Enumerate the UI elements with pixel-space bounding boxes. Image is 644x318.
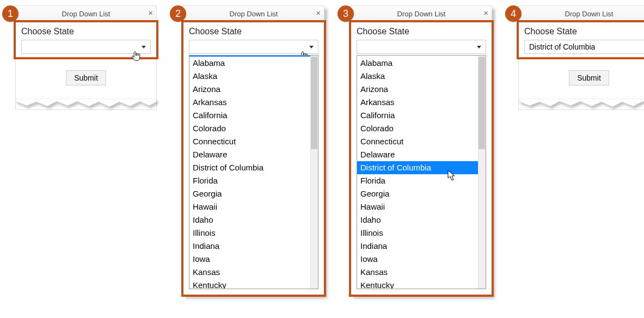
dropdown-listbox[interactable]: Alabama Alaska Arizona Arkansas Californ… [189,55,318,289]
list-item[interactable]: Kentucky [189,279,318,289]
list-item[interactable]: Colorado [189,122,318,135]
list-item[interactable]: Alaska [357,70,486,83]
close-icon[interactable]: × [148,8,153,17]
torn-edge [16,99,156,109]
submit-button[interactable]: Submit [569,70,609,85]
list-item[interactable]: Iowa [189,253,318,266]
list-item[interactable]: Delaware [357,148,486,161]
submit-button[interactable]: Submit [66,70,106,85]
list-item[interactable]: Alabama [189,57,318,70]
list-item[interactable]: Florida [189,174,318,187]
close-icon[interactable]: × [483,8,488,17]
window: Drop Down List × Choose State Alabama Al… [351,5,492,295]
step-badge: 1 [2,5,19,22]
scrollbar-thumb[interactable] [479,57,485,149]
state-dropdown[interactable]: District of Columbia [524,40,644,54]
step-badge: 3 [338,5,354,22]
dropdown-listbox[interactable]: Alabama Alaska Arizona Arkansas Californ… [357,55,486,289]
panel-1: 1 Drop Down List × Choose State Submit [5,5,157,110]
list-item[interactable]: Colorado [357,122,486,135]
window: Drop Down List × Choose State Alabama Al… [183,5,324,295]
list-item[interactable]: Delaware [189,148,318,161]
list-item[interactable]: Illinois [189,227,318,240]
list-item[interactable]: District of Columbia [189,161,318,174]
titlebar: Drop Down List × [351,6,492,22]
list-item[interactable]: Arizona [189,83,318,96]
torn-edge [519,99,644,109]
list-item[interactable]: Hawaii [357,200,486,213]
field-label: Choose State [524,27,644,36]
list-item[interactable]: Connecticut [189,135,318,148]
list-item[interactable]: California [189,109,318,122]
titlebar: Drop Down List × [16,6,156,22]
window-title: Drop Down List [397,10,446,18]
list-item[interactable]: Georgia [357,187,486,200]
list-item[interactable]: Florida [357,174,486,187]
list-item[interactable]: Alaska [189,70,318,83]
list-item[interactable]: Kansas [189,266,318,279]
titlebar: Drop Down List × [183,6,324,22]
list-item[interactable]: Idaho [189,213,318,227]
list-item[interactable]: Arkansas [357,96,486,109]
list-item[interactable]: Alabama [357,57,486,70]
panel-4: 4 Drop Down List × Choose State District… [508,5,644,110]
list-item[interactable]: District of Columbia [357,161,486,174]
list-item[interactable]: Hawaii [189,200,318,213]
window: Drop Down List × Choose State District o… [518,5,644,110]
field-label: Choose State [357,27,486,36]
field-label: Choose State [21,27,151,36]
state-dropdown[interactable] [21,40,151,54]
scrollbar-track[interactable] [478,56,486,289]
window-title: Drop Down List [565,10,614,18]
field-label: Choose State [189,27,318,36]
list-item[interactable]: Indiana [357,240,486,253]
panel-3: 3 Drop Down List × Choose State Alabama … [341,5,492,295]
list-item[interactable]: Idaho [357,213,486,227]
close-icon[interactable]: × [316,8,321,17]
panel-2: 2 Drop Down List × Choose State Alabama … [173,5,324,295]
scrollbar-track[interactable] [310,56,318,289]
list-item[interactable]: Arkansas [189,96,318,109]
state-dropdown[interactable] [189,40,318,54]
window-title: Drop Down List [62,10,111,18]
list-item[interactable]: Georgia [189,187,318,200]
list-item[interactable]: Illinois [357,227,486,240]
titlebar: Drop Down List × [519,6,644,22]
list-item[interactable]: Connecticut [357,135,486,148]
dropdown-value: District of Columbia [529,42,595,51]
list-item[interactable]: Iowa [357,253,486,266]
window: Drop Down List × Choose State Submit [15,5,157,110]
window-title: Drop Down List [230,10,278,18]
scrollbar-thumb[interactable] [311,57,317,149]
step-badge: 4 [505,5,522,22]
list-item[interactable]: Kansas [357,266,486,279]
state-dropdown[interactable] [357,40,486,54]
list-item[interactable]: Kentucky [357,279,486,289]
step-badge: 2 [170,5,186,22]
list-item[interactable]: California [357,109,486,122]
list-item[interactable]: Arizona [357,83,486,96]
list-item[interactable]: Indiana [189,240,318,253]
